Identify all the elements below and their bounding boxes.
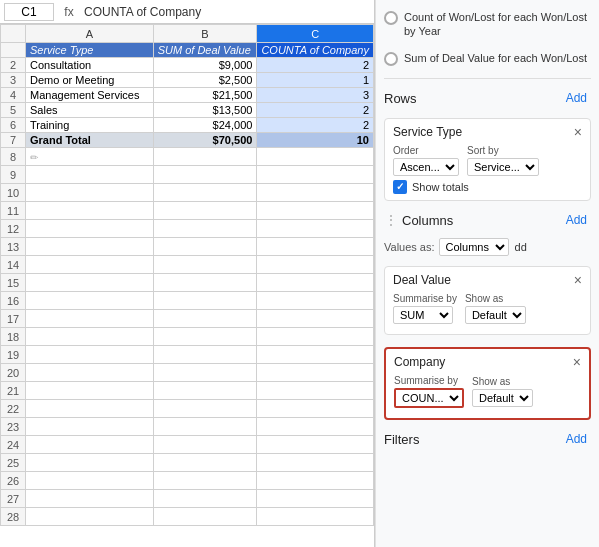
- cell-a2[interactable]: Consultation: [26, 58, 154, 73]
- radio-label-1: Count of Won/Lost for each Won/Lost by Y…: [404, 10, 591, 39]
- table-row: 27: [1, 490, 374, 508]
- show-totals-label: Show totals: [412, 181, 469, 193]
- cell-a5[interactable]: Sales: [26, 103, 154, 118]
- cell-c3[interactable]: 1: [257, 73, 374, 88]
- deal-value-card-header: Deal Value ×: [393, 273, 582, 287]
- table-row: 6 Training $24,000 2: [1, 118, 374, 133]
- table-row: 11: [1, 202, 374, 220]
- values-as-select[interactable]: Columns: [439, 238, 509, 256]
- table-row: 16: [1, 292, 374, 310]
- radio-option-1[interactable]: Count of Won/Lost for each Won/Lost by Y…: [384, 8, 591, 41]
- service-type-card-title: Service Type: [393, 125, 462, 139]
- formula-bar: C1 fx COUNTA of Company: [0, 0, 374, 24]
- columns-section-header: ⋮ Columns Add: [384, 213, 591, 228]
- cell-a4[interactable]: Management Services: [26, 88, 154, 103]
- cell-c1[interactable]: COUNTA of Company: [257, 43, 374, 58]
- service-type-card: Service Type × Order Ascen... Sort by Se…: [384, 118, 591, 201]
- company-card-title: Company: [394, 355, 445, 369]
- row-num-5: 5: [1, 103, 26, 118]
- pivot-header-row: 1 Service Type SUM of Deal Value COUNTA …: [1, 43, 374, 58]
- table-row: 5 Sales $13,500 2: [1, 103, 374, 118]
- cell-a7[interactable]: Grand Total: [26, 133, 154, 148]
- col-c-header[interactable]: C: [257, 25, 374, 43]
- service-type-card-header: Service Type ×: [393, 125, 582, 139]
- columns-add-button[interactable]: Add: [562, 213, 591, 227]
- col-b-header[interactable]: B: [153, 25, 257, 43]
- cell-b6[interactable]: $24,000: [153, 118, 257, 133]
- table-row: 25: [1, 454, 374, 472]
- deal-show-as-select[interactable]: Default: [465, 306, 526, 324]
- table-row: 3 Demo or Meeting $2,500 1: [1, 73, 374, 88]
- table-row: 10: [1, 184, 374, 202]
- order-control: Order Ascen...: [393, 145, 459, 176]
- dd-label: dd: [515, 241, 527, 253]
- cell-b3[interactable]: $2,500: [153, 73, 257, 88]
- rows-title: Rows: [384, 91, 417, 106]
- grid-container[interactable]: A B C 1 Service Type SUM of Deal Value C…: [0, 24, 374, 547]
- divider-1: [384, 78, 591, 79]
- cell-b1[interactable]: SUM of Deal Value: [153, 43, 257, 58]
- company-summarise-select[interactable]: COUN...: [394, 388, 464, 408]
- company-card: Company × Summarise by COUN... Show as D…: [384, 347, 591, 420]
- row-num-1: 1: [1, 43, 26, 58]
- cell-a6[interactable]: Training: [26, 118, 154, 133]
- table-row: 17: [1, 310, 374, 328]
- company-close-button[interactable]: ×: [573, 355, 581, 369]
- company-show-as-select[interactable]: Default: [472, 389, 533, 407]
- sort-by-select[interactable]: Service...: [467, 158, 539, 176]
- service-type-close-button[interactable]: ×: [574, 125, 582, 139]
- formula-bar-fx: fx: [54, 5, 84, 19]
- cell-a3[interactable]: Demo or Meeting: [26, 73, 154, 88]
- table-row: 13: [1, 238, 374, 256]
- cell-b4[interactable]: $21,500: [153, 88, 257, 103]
- company-show-as-control: Show as Default: [472, 376, 533, 407]
- cell-b5[interactable]: $13,500: [153, 103, 257, 118]
- deal-summarise-label: Summarise by: [393, 293, 457, 304]
- cell-a1[interactable]: Service Type: [26, 43, 154, 58]
- show-totals-checkbox[interactable]: [393, 180, 407, 194]
- service-type-controls-row: Order Ascen... Sort by Service...: [393, 145, 582, 176]
- cell-c5[interactable]: 2: [257, 103, 374, 118]
- filters-add-button[interactable]: Add: [562, 432, 591, 446]
- deal-show-as-label: Show as: [465, 293, 526, 304]
- table-row: 15: [1, 274, 374, 292]
- deal-value-card-title: Deal Value: [393, 273, 451, 287]
- spreadsheet-grid: A B C 1 Service Type SUM of Deal Value C…: [0, 24, 374, 526]
- deal-summarise-select[interactable]: SUM: [393, 306, 453, 324]
- table-row: 22: [1, 400, 374, 418]
- radio-circle-1[interactable]: [384, 11, 398, 25]
- table-row: 12: [1, 220, 374, 238]
- table-row: 9: [1, 166, 374, 184]
- company-card-header: Company ×: [394, 355, 581, 369]
- cell-reference[interactable]: C1: [4, 3, 54, 21]
- cell-c4[interactable]: 3: [257, 88, 374, 103]
- rows-add-button[interactable]: Add: [562, 91, 591, 105]
- cell-b7[interactable]: $70,500: [153, 133, 257, 148]
- table-row: 20: [1, 364, 374, 382]
- table-row: 23: [1, 418, 374, 436]
- table-row: 2 Consultation $9,000 2: [1, 58, 374, 73]
- table-row: 19: [1, 346, 374, 364]
- row-num-6: 6: [1, 118, 26, 133]
- cell-a8: ✏: [26, 148, 154, 166]
- radio-option-2[interactable]: Sum of Deal Value for each Won/Lost: [384, 49, 591, 68]
- deal-value-close-button[interactable]: ×: [574, 273, 582, 287]
- row-num-3: 3: [1, 73, 26, 88]
- corner-cell: [1, 25, 26, 43]
- table-row: 14: [1, 256, 374, 274]
- order-label: Order: [393, 145, 459, 156]
- right-panel: Count of Won/Lost for each Won/Lost by Y…: [375, 0, 599, 547]
- grand-total-row: 7 Grand Total $70,500 10: [1, 133, 374, 148]
- cell-c7[interactable]: 10: [257, 133, 374, 148]
- cell-c6[interactable]: 2: [257, 118, 374, 133]
- table-row: 18: [1, 328, 374, 346]
- col-a-header[interactable]: A: [26, 25, 154, 43]
- cell-c2[interactable]: 2: [257, 58, 374, 73]
- radio-circle-2[interactable]: [384, 52, 398, 66]
- order-select[interactable]: Ascen...: [393, 158, 459, 176]
- company-controls-row: Summarise by COUN... Show as Default: [394, 375, 581, 408]
- deal-summarise-control: Summarise by SUM: [393, 293, 457, 324]
- cell-b8: [153, 148, 257, 166]
- row-num-7: 7: [1, 133, 26, 148]
- cell-b2[interactable]: $9,000: [153, 58, 257, 73]
